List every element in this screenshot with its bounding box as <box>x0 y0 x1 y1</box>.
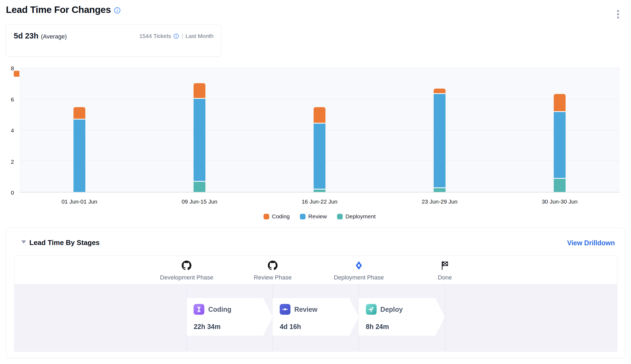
stages-table: Development Phase Review Phase <box>14 256 617 352</box>
legend-label: Review <box>308 213 327 220</box>
bar-segment-review[interactable] <box>73 120 85 192</box>
github-icon <box>268 261 278 270</box>
lead-time-by-stages-panel: Lead Time By Stages View Drilldown Devel… <box>6 228 625 358</box>
diamond-icon <box>354 261 364 270</box>
page-title: Lead Time For Changes <box>6 4 111 15</box>
average-qualifier: (Average) <box>41 33 67 40</box>
column-divider <box>445 285 445 352</box>
phase-label: Review Phase <box>230 274 316 281</box>
y-axis-tick: 8 <box>0 65 14 71</box>
bar-segment-deployment[interactable] <box>194 182 205 192</box>
y-axis: 02468 <box>0 68 14 192</box>
page-header: Lead Time For Changes <box>6 4 121 15</box>
stages-panel-title[interactable]: Lead Time By Stages <box>29 239 100 247</box>
y-axis-tick: 2 <box>0 159 14 164</box>
average-value: 5d 23h <box>14 32 38 40</box>
legend-label: Coding <box>272 213 290 220</box>
bar-segment-coding[interactable] <box>554 94 566 112</box>
legend-swatch <box>300 214 306 219</box>
stacked-bar[interactable] <box>194 83 205 192</box>
period-label: Last Month <box>185 33 213 39</box>
legend-swatch <box>337 214 343 219</box>
stacked-bar-chart <box>19 68 620 192</box>
phase-label: Deployment Phase <box>316 274 402 281</box>
phase-deployment: Deployment Phase <box>316 256 402 281</box>
x-axis: 01 Jun-01 Jun09 Jun-15 Jun16 Jun-22 Jun2… <box>19 196 620 208</box>
commit-icon <box>280 304 290 315</box>
stage-name: Coding <box>208 306 231 313</box>
phase-review: Review Phase <box>230 256 316 281</box>
stacked-bar[interactable] <box>554 94 566 192</box>
gridline <box>19 68 620 68</box>
bar-segment-coding[interactable] <box>73 107 85 120</box>
checkered-flag-icon <box>440 261 450 270</box>
stage-card-deploy[interactable]: Deploy 8h 24m <box>359 298 445 336</box>
bar-segment-review[interactable] <box>434 94 446 188</box>
legend-label: Deployment <box>345 213 376 220</box>
legend-swatch <box>264 214 269 219</box>
y-axis-tick: 0 <box>0 190 14 195</box>
info-icon[interactable] <box>114 7 121 14</box>
y-axis-tick: 4 <box>0 128 14 133</box>
summary-meta: 1544 Tickets | Last Month <box>139 33 213 40</box>
legend-item-review[interactable]: Review <box>300 213 327 220</box>
stage-duration: 8h 24m <box>366 323 389 331</box>
stacked-bar[interactable] <box>73 107 85 192</box>
chart-legend: CodingReviewDeployment <box>19 213 620 220</box>
meta-separator: | <box>181 33 183 40</box>
phase-development: Development Phase <box>143 256 230 281</box>
collapse-chevron-icon[interactable] <box>21 240 26 244</box>
stage-name: Deploy <box>380 306 403 313</box>
hourglass-icon <box>194 304 204 315</box>
x-axis-label: 30 Jun-30 Jun <box>542 196 577 208</box>
legend-item-deployment[interactable]: Deployment <box>337 213 376 220</box>
stage-name: Review <box>294 306 317 313</box>
bar-segment-review[interactable] <box>554 112 566 179</box>
bar-segment-coding[interactable] <box>434 89 446 94</box>
y-axis-tick: 6 <box>0 96 14 102</box>
x-axis-label: 09 Jun-15 Jun <box>181 196 217 208</box>
x-axis-label: 16 Jun-22 Jun <box>302 196 337 208</box>
gridline <box>19 99 620 99</box>
bar-segment-coding[interactable] <box>194 83 205 99</box>
legend-item-coding[interactable]: Coding <box>264 213 290 220</box>
summary-row: 5d 23h (Average) 1544 Tickets | Last Mon… <box>6 24 221 40</box>
x-axis-label: 01 Jun-01 Jun <box>61 196 97 208</box>
phase-label: Done <box>402 274 488 281</box>
stage-duration: 22h 34m <box>194 323 220 331</box>
stages-panel-header: Lead Time By Stages View Drilldown <box>6 228 625 256</box>
summary-card: 5d 23h (Average) 1544 Tickets | Last Mon… <box>6 24 221 57</box>
summary-average: 5d 23h (Average) <box>14 32 67 40</box>
stage-duration: 4d 16h <box>280 323 301 331</box>
kebab-menu-icon[interactable] <box>615 8 621 20</box>
phase-label: Development Phase <box>143 274 230 281</box>
lead-time-dashboard: Lead Time For Changes 5d 23h (Average) 1… <box>0 0 631 364</box>
tickets-count: 1544 Tickets <box>139 33 171 39</box>
stages-body: Coding 22h 34m Review 4d <box>15 285 617 352</box>
bar-segment-deployment[interactable] <box>434 188 446 192</box>
bar-segment-review[interactable] <box>194 99 205 182</box>
bar-segment-review[interactable] <box>314 124 325 190</box>
stage-card-review[interactable]: Review 4d 16h <box>273 298 359 336</box>
bar-segment-deployment[interactable] <box>314 190 325 192</box>
stage-card-coding[interactable]: Coding 22h 34m <box>187 298 273 336</box>
rocket-icon <box>366 304 377 315</box>
stacked-bar[interactable] <box>314 107 325 192</box>
phase-header-row: Development Phase Review Phase <box>15 256 617 285</box>
phase-done: Done <box>402 256 488 281</box>
stacked-bar[interactable] <box>434 89 446 192</box>
bar-segment-coding[interactable] <box>314 107 325 124</box>
bar-segment-deployment[interactable] <box>554 179 566 192</box>
x-axis-label: 23 Jun-29 Jun <box>422 196 457 208</box>
tickets-info-icon[interactable] <box>173 33 179 39</box>
github-icon <box>182 261 191 270</box>
view-drilldown-link[interactable]: View Drilldown <box>567 239 615 247</box>
